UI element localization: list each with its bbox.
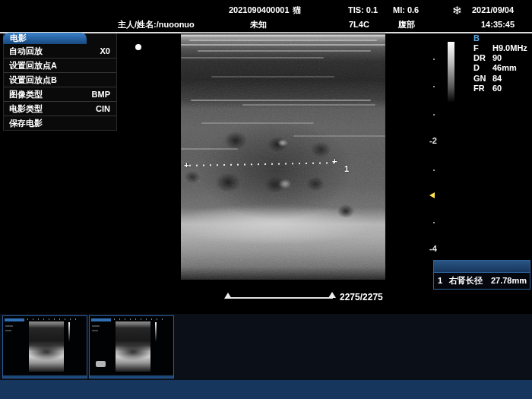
param-label: F: [473, 43, 479, 53]
time-label: 14:35:45: [481, 19, 515, 30]
menu-item-label: 电影类型: [9, 102, 43, 116]
depth-tick: [433, 114, 435, 116]
param-value: 60: [492, 84, 502, 93]
image-parameters: F H9.0MHz DR 90 D 46mm GN 84 FR 60: [473, 43, 530, 93]
menu-item-set-replay-point-b[interactable]: 设置回放点B: [4, 73, 116, 87]
thumbnail-strip: [0, 314, 532, 380]
exam-id: 2021090400001: [229, 5, 290, 15]
menu-item-save-cine[interactable]: 保存电影: [4, 116, 116, 130]
thumb-header-text: [114, 318, 167, 320]
owner-name: 主人/姓名:/nuoonuo: [118, 19, 195, 30]
cine-menu-title: 电影: [3, 33, 87, 44]
menu-item-set-replay-point-a[interactable]: 设置回放点A: [4, 59, 116, 73]
cine-position-marker[interactable]: [328, 292, 336, 298]
caliper-start-icon[interactable]: +: [184, 160, 189, 169]
param-value: 46mm: [492, 63, 517, 73]
menu-item-auto-replay[interactable]: 自动回放 X0: [4, 44, 116, 59]
cine-start-marker[interactable]: [224, 293, 232, 299]
snowflake-icon: ❄: [452, 5, 462, 16]
cine-scrubber-track[interactable]: [230, 297, 333, 299]
param-label: DR: [473, 53, 486, 63]
menu-item-label: 图像类型: [9, 87, 43, 101]
menu-item-label: 自动回放: [9, 44, 43, 58]
depth-tick: [433, 86, 435, 87]
menu-item-value: X0: [100, 44, 110, 58]
thumb-menu-bar: [91, 318, 111, 321]
menu-item-cine-type[interactable]: 电影类型 CIN: [4, 102, 116, 116]
param-value: H9.0MHz: [492, 43, 527, 53]
caliper-end-icon[interactable]: +: [332, 157, 337, 165]
thumbnail-2[interactable]: [89, 315, 174, 378]
species-label: 猫: [293, 5, 301, 15]
menu-item-value: BMP: [92, 87, 110, 101]
thumb-bottom-bar: [90, 375, 173, 378]
cine-frame-counter: 2275/2275: [340, 292, 383, 302]
focus-marker-icon[interactable]: [429, 192, 435, 198]
us-speckle-texture: [181, 33, 385, 280]
ultrasound-image[interactable]: + + 1: [181, 33, 385, 280]
thumb-side-text: [92, 330, 98, 331]
menu-item-label: 保存电影: [9, 116, 43, 130]
param-value: 84: [492, 74, 502, 84]
patient-unknown: 未知: [250, 19, 267, 30]
param-value: 90: [492, 53, 502, 63]
menu-item-image-type[interactable]: 图像类型 BMP: [4, 87, 116, 102]
cine-menu: 自动回放 X0 设置回放点A 设置回放点B 图像类型 BMP 电影类型 CIN …: [3, 33, 117, 131]
mode-label: B: [473, 33, 480, 43]
depth-label-2: -2: [429, 137, 437, 145]
param-dynamic-range: DR 90: [473, 53, 530, 63]
thumb-grayscale-bar: [155, 322, 157, 342]
date-label: 2021/09/04: [472, 5, 514, 15]
thumb-annotation-blob: [96, 361, 106, 367]
thumb-grayscale-bar: [68, 322, 70, 342]
depth-tick: [433, 59, 435, 60]
depth-tick: [433, 222, 435, 223]
probe-model: 7L4C: [349, 19, 369, 30]
thumbnail-1[interactable]: [2, 315, 87, 378]
thumb-side-text: [92, 325, 100, 327]
param-label: GN: [473, 74, 486, 84]
param-frame-rate: FR 60: [473, 84, 530, 93]
measurement-name: 右肾长径: [449, 273, 483, 289]
thumb-menu-bar: [5, 318, 24, 321]
thumb-side-text: [5, 330, 11, 331]
menu-item-label: 设置回放点B: [9, 73, 57, 87]
param-depth: D 46mm: [473, 63, 530, 73]
thumb-bottom-bar: [3, 375, 87, 378]
depth-tick: [433, 169, 435, 171]
probe-orientation-marker: [135, 44, 141, 50]
ultrasound-screen: 2021090400001 猫 TIS: 0.1 MI: 0.6 ❄ 2021/…: [0, 0, 532, 399]
thumb-side-text: [5, 325, 13, 327]
depth-label-4: -4: [429, 245, 437, 253]
measurement-panel-header: [434, 261, 530, 273]
caliper-number-label: 1: [344, 165, 349, 173]
thumb-header-text: [27, 318, 81, 320]
menu-item-label: 设置回放点A: [9, 59, 57, 72]
exam-preset: 腹部: [398, 19, 415, 30]
mi-value: MI: 0.6: [393, 5, 419, 15]
measurement-result-panel: 1 右肾长径 27.78mm: [433, 260, 530, 290]
thumb-us-image: [116, 321, 150, 372]
measurement-index: 1: [438, 273, 442, 289]
thumb-us-image: [29, 321, 64, 372]
status-bar: en: [0, 380, 532, 399]
grayscale-bar: [448, 42, 454, 103]
menu-item-value: CIN: [96, 102, 110, 116]
tis-value: TIS: 0.1: [348, 5, 378, 15]
param-label: FR: [473, 84, 485, 93]
param-label: D: [473, 63, 480, 73]
measurement-value: 27.78mm: [491, 273, 527, 289]
param-frequency: F H9.0MHz: [473, 43, 530, 53]
param-gain: GN 84: [473, 74, 530, 84]
measurement-row: 1 右肾长径 27.78mm: [434, 273, 530, 289]
